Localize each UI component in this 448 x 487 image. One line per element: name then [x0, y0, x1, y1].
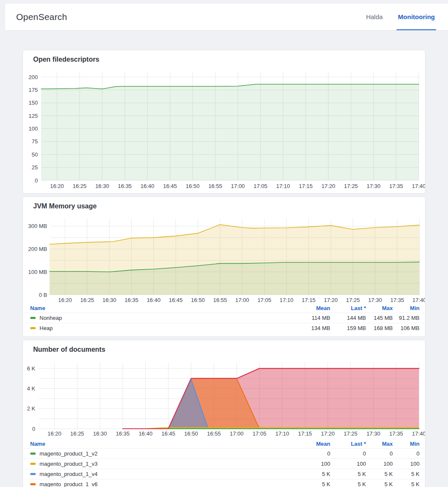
legend-row-magento_product_1_v2[interactable]: magento_product_1_v20000 [23, 448, 425, 459]
tab-monitooring[interactable]: Monitooring [397, 4, 436, 30]
legend-stat-value: 5 K [393, 471, 420, 477]
legend-series-name[interactable]: magento_product_1_v6 [30, 481, 292, 487]
series-color-swatch-icon [30, 473, 36, 475]
svg-text:17:25: 17:25 [346, 297, 360, 303]
svg-text:16:30: 16:30 [95, 183, 109, 189]
svg-text:16:30: 16:30 [93, 430, 107, 437]
svg-text:17:05: 17:05 [254, 183, 268, 189]
svg-text:16:25: 16:25 [70, 430, 84, 437]
svg-text:17:25: 17:25 [344, 183, 358, 189]
legend-header-last: Last * [330, 441, 366, 447]
svg-text:16:35: 16:35 [125, 297, 139, 303]
svg-text:50: 50 [32, 151, 38, 158]
svg-text:16:20: 16:20 [58, 297, 72, 303]
legend-header-last: Last * [330, 305, 366, 311]
svg-text:16:35: 16:35 [118, 183, 132, 189]
legend-stat-value: 5 K [330, 471, 366, 477]
legend-stat-value: 114 MB [292, 315, 330, 321]
svg-text:17:15: 17:15 [302, 297, 316, 303]
legend-series-name[interactable]: Heap [30, 325, 292, 331]
svg-text:17:35: 17:35 [389, 430, 403, 437]
svg-text:16:40: 16:40 [141, 183, 155, 189]
legend-series-name[interactable]: magento_product_1_v3 [30, 461, 292, 467]
legend-header-max: Max [366, 441, 393, 447]
legend-stat-value: 106 MB [393, 325, 420, 331]
panel-jvm-memory-usage: JVM Memory usage 300 MB200 MB100 MB0 B16… [23, 197, 425, 337]
svg-text:17:10: 17:10 [275, 430, 289, 437]
svg-text:300 MB: 300 MB [28, 223, 47, 229]
chart-title-number-of-documents: Number of documents [33, 346, 105, 353]
svg-text:17:15: 17:15 [298, 430, 312, 437]
svg-text:4 K: 4 K [27, 385, 35, 392]
svg-text:16:35: 16:35 [116, 430, 130, 437]
legend-header-min: Min [393, 441, 420, 447]
legend-stat-value: 100 [330, 461, 366, 467]
legend-header-min: Min [393, 305, 420, 311]
svg-text:17:10: 17:10 [276, 183, 290, 189]
svg-text:16:30: 16:30 [102, 297, 116, 303]
tab-halda[interactable]: Halda [365, 4, 384, 30]
svg-text:100: 100 [28, 125, 38, 132]
y-axis-labels: 300 MB200 MB100 MB0 B [28, 223, 47, 298]
legend-stat-value: 5 K [366, 481, 393, 487]
legend-header-row: NameMeanLast *MaxMin [23, 303, 425, 313]
svg-text:16:50: 16:50 [186, 183, 200, 189]
chart-title-open-filedescriptors: Open filedescriptors [33, 56, 99, 63]
svg-text:17:35: 17:35 [390, 297, 404, 303]
svg-text:16:50: 16:50 [184, 430, 198, 437]
panel-number-of-documents: Number of documents 6 K4 K2 K016:2016:25… [23, 340, 425, 487]
open-filedescriptors-chart[interactable]: 200175150125100755025016:2016:2516:3016:… [23, 50, 425, 194]
legend-row-Nonheap[interactable]: Nonheap114 MB144 MB145 MB91.2 MB [23, 313, 425, 323]
svg-text:17:30: 17:30 [367, 183, 381, 189]
legend-row-Heap[interactable]: Heap134 MB159 MB168 MB106 MB [23, 323, 425, 333]
series-color-swatch-icon [30, 463, 36, 465]
svg-text:2 K: 2 K [27, 405, 35, 412]
legend-stat-value: 0 [292, 450, 330, 457]
legend-stat-value: 100 [292, 461, 330, 467]
series-color-swatch-icon [30, 453, 36, 455]
svg-text:16:20: 16:20 [50, 183, 64, 189]
x-axis-labels: 16:2016:2516:3016:3516:4016:4516:5016:55… [58, 297, 425, 303]
panel-open-filedescriptors: Open filedescriptors 2001751501251007550… [23, 50, 425, 194]
legend-stat-value: 100 [366, 461, 393, 467]
legend-stat-value: 0 [366, 450, 393, 457]
svg-text:17:30: 17:30 [368, 297, 382, 303]
svg-text:17:20: 17:20 [321, 183, 335, 189]
svg-text:17:00: 17:00 [235, 297, 250, 303]
svg-text:17:05: 17:05 [252, 430, 267, 437]
svg-text:17:40: 17:40 [412, 297, 425, 303]
svg-text:100 MB: 100 MB [28, 269, 47, 275]
jvm-legend-table: NameMeanLast *MaxMinNonheap114 MB144 MB1… [23, 303, 425, 333]
svg-text:175: 175 [28, 87, 38, 93]
jvm-memory-usage-chart[interactable]: 300 MB200 MB100 MB0 B16:2016:2516:3016:3… [23, 197, 425, 303]
svg-text:0 B: 0 B [39, 292, 47, 298]
x-axis-labels: 16:2016:2516:3016:3516:4016:4516:5016:55… [48, 430, 425, 437]
legend-row-magento_product_1_v6[interactable]: magento_product_1_v65 K5 K5 K5 K [23, 479, 425, 487]
legend-stat-value: 5 K [292, 481, 330, 487]
legend-header-name: Name [30, 441, 292, 447]
svg-text:16:50: 16:50 [191, 297, 205, 303]
legend-row-magento_product_1_v4[interactable]: magento_product_1_v45 K5 K5 K5 K [23, 469, 425, 479]
chart-title-jvm-memory-usage: JVM Memory usage [33, 202, 96, 210]
legend-row-magento_product_1_v3[interactable]: magento_product_1_v3100100100100 [23, 459, 425, 469]
svg-text:17:30: 17:30 [366, 430, 380, 437]
legend-stat-value: 91.2 MB [393, 315, 420, 321]
svg-text:17:15: 17:15 [299, 183, 313, 189]
svg-text:16:55: 16:55 [213, 297, 227, 303]
y-axis-labels: 2001751501251007550250 [28, 74, 38, 184]
legend-series-name[interactable]: Nonheap [30, 315, 292, 321]
legend-series-name[interactable]: magento_product_1_v4 [30, 471, 292, 477]
svg-text:16:55: 16:55 [207, 430, 221, 437]
svg-text:16:20: 16:20 [48, 430, 62, 437]
legend-stat-value: 159 MB [330, 325, 366, 331]
svg-text:0: 0 [32, 426, 35, 432]
number-of-documents-chart[interactable]: 6 K4 K2 K016:2016:2516:3016:3516:4016:45… [23, 340, 425, 439]
legend-stat-value: 100 [393, 461, 420, 467]
legend-series-name[interactable]: magento_product_1_v2 [30, 450, 292, 457]
svg-text:16:40: 16:40 [139, 430, 153, 437]
legend-header-mean: Mean [292, 305, 330, 311]
legend-stat-value: 0 [393, 450, 420, 457]
y-axis-labels: 6 K4 K2 K0 [27, 365, 35, 432]
svg-text:125: 125 [28, 113, 38, 119]
svg-text:17:05: 17:05 [258, 297, 272, 303]
